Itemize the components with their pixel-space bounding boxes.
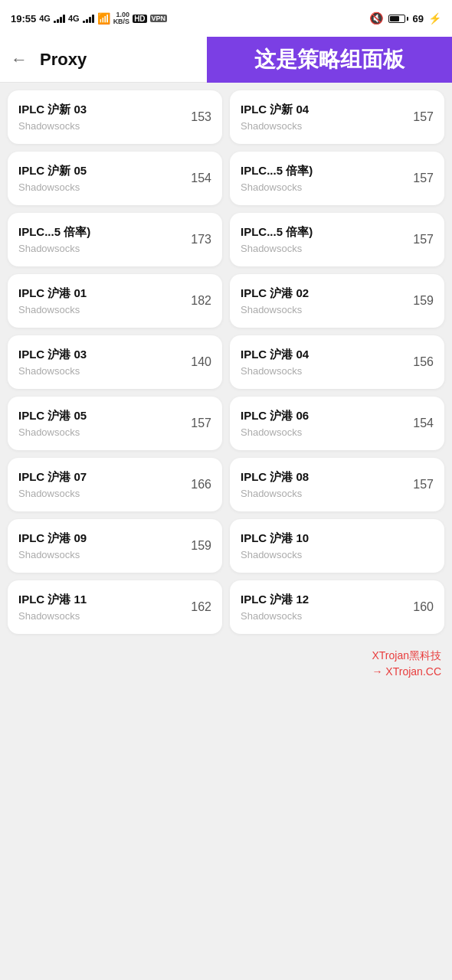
proxy-card-type: Shadowsocks	[241, 365, 407, 377]
wifi-icon: 📶	[97, 12, 110, 24]
watermark: XTrojan黑科技 → XTrojan.CC	[0, 642, 452, 691]
battery-indicator	[388, 15, 408, 23]
strategy-banner-text: 这是策略组面板	[254, 45, 405, 74]
proxy-card[interactable]: IPLC 沪新 03 Shadowsocks 153	[8, 90, 222, 144]
proxy-card-name: IPLC 沪港 01	[18, 286, 185, 301]
time-display: 19:55	[11, 13, 36, 24]
proxy-card-ping: 166	[191, 478, 211, 492]
signal-icon-2	[83, 14, 94, 23]
proxy-card-type: Shadowsocks	[18, 549, 185, 560]
proxy-grid: IPLC 沪新 03 Shadowsocks 153 IPLC 沪新 04 Sh…	[0, 83, 452, 642]
proxy-card-info: IPLC...5 倍率) Shadowsocks	[241, 164, 407, 193]
proxy-card-ping: 157	[413, 478, 434, 492]
proxy-card-type: Shadowsocks	[18, 488, 185, 499]
proxy-card-type: Shadowsocks	[18, 243, 185, 254]
page-title: Proxy	[40, 50, 87, 70]
proxy-card-type: Shadowsocks	[241, 181, 407, 193]
hd-badge: HD	[133, 15, 146, 23]
proxy-card-ping: 182	[191, 294, 211, 308]
charging-icon: ⚡	[428, 12, 441, 24]
proxy-card-name: IPLC...5 倍率)	[241, 225, 407, 240]
proxy-card[interactable]: IPLC 沪港 08 Shadowsocks 157	[230, 458, 444, 511]
header: ← Proxy 这是策略组面板	[0, 37, 452, 83]
proxy-card-info: IPLC 沪港 08 Shadowsocks	[241, 470, 407, 499]
4g-icon: 4G	[39, 14, 51, 23]
proxy-card-type: Shadowsocks	[241, 120, 407, 132]
proxy-card-ping: 159	[413, 294, 434, 308]
proxy-card[interactable]: IPLC 沪港 12 Shadowsocks 160	[230, 580, 444, 634]
proxy-card-name: IPLC 沪港 12	[241, 593, 407, 607]
watermark-line1: XTrojan黑科技	[11, 648, 441, 664]
proxy-card-ping: 159	[191, 539, 211, 553]
proxy-card[interactable]: IPLC...5 倍率) Shadowsocks 173	[8, 213, 222, 266]
proxy-card-type: Shadowsocks	[241, 243, 407, 254]
proxy-card-ping: 157	[191, 416, 211, 430]
proxy-card-type: Shadowsocks	[18, 426, 185, 438]
proxy-card-type: Shadowsocks	[18, 304, 185, 315]
strategy-banner: 这是策略组面板	[207, 37, 452, 83]
proxy-card[interactable]: IPLC...5 倍率) Shadowsocks 157	[230, 213, 444, 266]
proxy-card-ping: 173	[191, 233, 211, 247]
proxy-card[interactable]: IPLC 沪港 03 Shadowsocks 140	[8, 335, 222, 389]
4g-icon-2: 4G	[68, 14, 80, 23]
status-bar: 19:55 4G 4G 📶 1.00KB/S HD VPN 🔇	[0, 0, 452, 37]
proxy-card-type: Shadowsocks	[18, 181, 185, 193]
proxy-card-name: IPLC 沪港 02	[241, 286, 407, 301]
proxy-card-ping: 154	[191, 172, 211, 185]
proxy-card-ping: 157	[413, 233, 434, 247]
proxy-card-type: Shadowsocks	[241, 304, 407, 315]
proxy-card-name: IPLC 沪港 08	[241, 470, 407, 485]
proxy-card-info: IPLC 沪港 02 Shadowsocks	[241, 286, 407, 315]
proxy-card[interactable]: IPLC 沪港 07 Shadowsocks 166	[8, 458, 222, 511]
proxy-card[interactable]: IPLC 沪港 04 Shadowsocks 156	[230, 335, 444, 389]
proxy-card-info: IPLC 沪新 03 Shadowsocks	[18, 103, 185, 132]
proxy-card-info: IPLC...5 倍率) Shadowsocks	[241, 225, 407, 254]
proxy-card-ping: 156	[413, 355, 434, 369]
proxy-card-type: Shadowsocks	[241, 488, 407, 499]
proxy-card-name: IPLC 沪港 07	[18, 470, 185, 485]
proxy-card-type: Shadowsocks	[241, 549, 427, 560]
proxy-card-ping: 157	[413, 110, 434, 124]
kb-speed: 1.00KB/S	[113, 11, 130, 25]
proxy-card[interactable]: IPLC 沪港 02 Shadowsocks 159	[230, 274, 444, 328]
proxy-card-type: Shadowsocks	[18, 365, 185, 377]
proxy-card-ping: 160	[413, 600, 434, 614]
proxy-card-ping: 157	[413, 172, 434, 185]
proxy-card-ping: 162	[191, 600, 211, 614]
proxy-card[interactable]: IPLC 沪港 05 Shadowsocks 157	[8, 397, 222, 450]
proxy-card-type: Shadowsocks	[241, 610, 407, 622]
proxy-card[interactable]: IPLC 沪港 01 Shadowsocks 182	[8, 274, 222, 328]
proxy-card-name: IPLC 沪新 03	[18, 103, 185, 117]
proxy-card[interactable]: IPLC 沪新 05 Shadowsocks 154	[8, 152, 222, 205]
proxy-card-ping: 153	[191, 110, 211, 124]
proxy-card[interactable]: IPLC 沪港 09 Shadowsocks 159	[8, 519, 222, 573]
proxy-card-name: IPLC 沪港 10	[241, 531, 427, 546]
proxy-card-info: IPLC 沪新 04 Shadowsocks	[241, 103, 407, 132]
status-right: 🔇 69 ⚡	[369, 11, 441, 25]
proxy-card-info: IPLC 沪港 07 Shadowsocks	[18, 470, 185, 499]
proxy-card-name: IPLC 沪港 05	[18, 409, 185, 423]
proxy-card-info: IPLC 沪港 09 Shadowsocks	[18, 531, 185, 560]
proxy-card-name: IPLC 沪新 04	[241, 103, 407, 117]
proxy-card[interactable]: IPLC 沪港 10 Shadowsocks	[230, 519, 444, 573]
proxy-card-type: Shadowsocks	[241, 426, 407, 438]
proxy-card-type: Shadowsocks	[18, 120, 185, 132]
proxy-card-info: IPLC 沪港 03 Shadowsocks	[18, 348, 185, 377]
proxy-card-ping: 154	[413, 416, 434, 430]
proxy-card-name: IPLC 沪港 06	[241, 409, 407, 423]
proxy-card[interactable]: IPLC 沪新 04 Shadowsocks 157	[230, 90, 444, 144]
proxy-card-info: IPLC 沪港 10 Shadowsocks	[241, 531, 427, 560]
proxy-card-info: IPLC 沪港 12 Shadowsocks	[241, 593, 407, 622]
mute-icon: 🔇	[369, 11, 384, 25]
proxy-card-name: IPLC 沪新 05	[18, 164, 185, 178]
proxy-card[interactable]: IPLC...5 倍率) Shadowsocks 157	[230, 152, 444, 205]
proxy-card-info: IPLC 沪港 01 Shadowsocks	[18, 286, 185, 315]
proxy-card-info: IPLC 沪港 05 Shadowsocks	[18, 409, 185, 438]
back-button[interactable]: ←	[11, 51, 28, 68]
proxy-card-name: IPLC...5 倍率)	[18, 225, 185, 240]
proxy-card-info: IPLC 沪港 04 Shadowsocks	[241, 348, 407, 377]
proxy-card-info: IPLC 沪港 06 Shadowsocks	[241, 409, 407, 438]
proxy-card[interactable]: IPLC 沪港 06 Shadowsocks 154	[230, 397, 444, 450]
proxy-card[interactable]: IPLC 沪港 11 Shadowsocks 162	[8, 580, 222, 634]
proxy-card-info: IPLC...5 倍率) Shadowsocks	[18, 225, 185, 254]
